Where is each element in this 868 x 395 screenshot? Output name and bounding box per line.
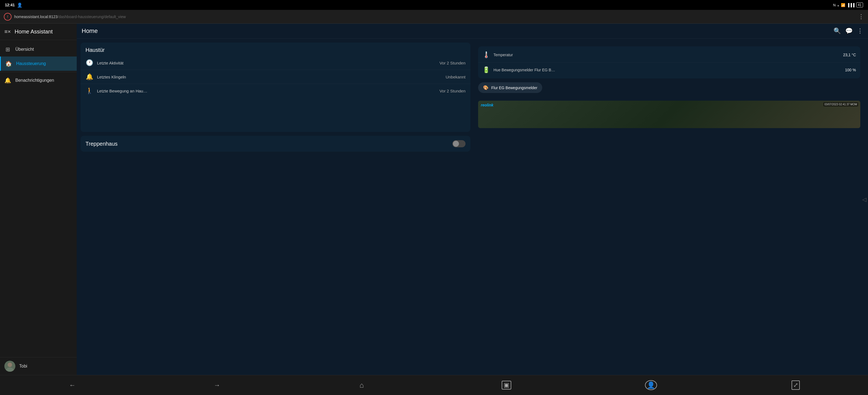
- bewegungsmelder-label: Hue Bewegungsmelder Flur EG B…: [493, 68, 841, 72]
- status-bar: 12:41 👤 N ⁎ 📶 ▐▐▐ 41: [0, 0, 868, 10]
- url-path: /dashboard-haussteuerung/default_view: [58, 15, 126, 19]
- sensor-card: 🌡️ Temperatur 23,1 °C 🔋 Hue Bewegungsmel…: [478, 46, 860, 79]
- haustuer-card: Haustür 🕐 Letzte Aktivität Vor 2 Stunden…: [81, 43, 470, 132]
- nav-tabs-button[interactable]: ▣: [434, 378, 579, 392]
- sidebar-toggle-button[interactable]: ≡×: [4, 29, 11, 35]
- letzte-aktivitaet-row: 🕐 Letzte Aktivität Vor 2 Stunden: [81, 56, 470, 70]
- clock-icon: 🕐: [86, 59, 93, 66]
- nav-fullscreen-button[interactable]: ⤢: [723, 378, 868, 392]
- sidebar-divider: [0, 72, 77, 72]
- sidebar-header: ≡× Home Assistant: [0, 24, 77, 40]
- status-bar-left: 12:41 👤: [5, 2, 23, 8]
- treppenhaus-card: Treppenhaus: [81, 136, 470, 152]
- sidebar-nav: ⊞ Übersicht 🏠 Haussteuerung 🔔 Benachrich…: [0, 40, 77, 357]
- toggle-knob: [453, 141, 459, 147]
- back-arrow-button[interactable]: ◁: [862, 196, 866, 203]
- nav-back-button[interactable]: ←: [0, 379, 145, 391]
- battery-level: 41: [858, 3, 861, 7]
- bell-ring-icon: 🔔: [86, 73, 93, 80]
- letzte-bewegung-label: Letzte Bewegung an Hau…: [97, 89, 436, 93]
- battery-indicator: 41: [856, 2, 863, 7]
- home-icon: 🏠: [5, 60, 12, 67]
- camera-background: [478, 101, 860, 128]
- user-status-icon: 👤: [17, 2, 23, 8]
- sidebar-item-benachrichtigungen[interactable]: 🔔 Benachrichtigungen: [0, 73, 77, 87]
- camera-preview: reolink 03/07/2023 02:41:37 MOM: [478, 101, 860, 128]
- avatar: [4, 361, 16, 372]
- browser-menu-button[interactable]: ⋮: [858, 13, 864, 20]
- sidebar-item-haussteuerung[interactable]: 🏠 Haussteuerung: [0, 57, 77, 71]
- temperatur-row: 🌡️ Temperatur 23,1 °C: [478, 48, 860, 62]
- temperatur-value: 23,1 °C: [843, 53, 856, 57]
- sidebar-item-label-uebersicht: Übersicht: [16, 47, 34, 52]
- sidebar-item-label-benachrichtigungen: Benachrichtigungen: [16, 78, 54, 83]
- battery-icon: 🔋: [483, 66, 490, 74]
- nav-forward-button[interactable]: →: [145, 379, 289, 391]
- content-header: Home 🔍 💬 ⋮: [77, 24, 868, 39]
- search-icon[interactable]: 🔍: [834, 27, 841, 34]
- battery-sensor-row: 🔋 Hue Bewegungsmelder Flur EG B… 100 %: [478, 62, 860, 77]
- content-panel: Home 🔍 💬 ⋮ Haustür 🕐 Letzte Aktivität Vo…: [77, 24, 868, 375]
- content-title: Home: [82, 27, 98, 34]
- treppenhaus-title: Treppenhaus: [86, 141, 118, 147]
- forward-icon: →: [214, 381, 220, 389]
- treppenhaus-toggle[interactable]: [452, 140, 466, 147]
- walking-icon: 🚶: [86, 87, 93, 94]
- content-body: Haustür 🕐 Letzte Aktivität Vor 2 Stunden…: [77, 39, 868, 375]
- flur-eg-motion-button[interactable]: 🎨 Flur EG Bewegungsmelder: [478, 82, 542, 93]
- url-display[interactable]: homeassistant.local:8123/dashboard-hauss…: [14, 15, 856, 19]
- main-area: ≡× Home Assistant ⊞ Übersicht 🏠 Haussteu…: [0, 24, 868, 375]
- wifi-icon: 📶: [841, 3, 845, 7]
- sidebar-item-uebersicht[interactable]: ⊞ Übersicht: [0, 42, 77, 57]
- status-time: 12:41: [5, 3, 15, 7]
- back-icon: ←: [69, 381, 75, 389]
- more-options-icon[interactable]: ⋮: [857, 27, 863, 34]
- url-host: homeassistant.local:8123: [14, 15, 58, 19]
- letztes-klingeln-row: 🔔 Letztes Klingeln Unbekannt: [81, 70, 470, 84]
- nav-home-button[interactable]: ⌂: [289, 379, 434, 392]
- camera-timestamp: 03/07/2023 02:41:37 MOM: [823, 102, 858, 107]
- haustuer-card-title: Haustür: [81, 43, 470, 56]
- thermometer-icon: 🌡️: [483, 51, 490, 58]
- nav-profile-button[interactable]: 👤: [579, 378, 723, 392]
- status-bar-right: N ⁎ 📶 ▐▐▐ 41: [833, 2, 863, 7]
- sidebar: ≡× Home Assistant ⊞ Übersicht 🏠 Haussteu…: [0, 24, 77, 375]
- letzte-bewegung-row: 🚶 Letzte Bewegung an Hau… Vor 2 Stunden: [81, 84, 470, 97]
- chat-icon[interactable]: 💬: [845, 27, 852, 34]
- grid-icon: ⊞: [4, 46, 11, 53]
- letztes-klingeln-value: Unbekannt: [445, 75, 466, 79]
- letzte-aktivitaet-label: Letzte Aktivität: [97, 61, 436, 65]
- fullscreen-icon: ⤢: [792, 380, 800, 390]
- signal-icon: ▐▐▐: [847, 3, 855, 7]
- tabs-icon: ▣: [502, 381, 511, 390]
- svg-point-1: [8, 363, 12, 367]
- sidebar-bottom: Tobi: [0, 357, 77, 375]
- sidebar-item-label-haussteuerung: Haussteuerung: [16, 61, 46, 66]
- letzte-bewegung-value: Vor 2 Stunden: [439, 89, 466, 93]
- bewegungsmelder-battery-value: 100 %: [845, 68, 856, 72]
- reolink-logo: reolink: [481, 103, 493, 107]
- security-shield-icon: !: [4, 13, 11, 21]
- address-bar[interactable]: ! homeassistant.local:8123/dashboard-hau…: [0, 10, 868, 24]
- motion-button-container: 🎨 Flur EG Bewegungsmelder: [478, 82, 860, 93]
- letzte-aktivitaet-value: Vor 2 Stunden: [439, 61, 466, 65]
- right-sensors-area: 🌡️ Temperatur 23,1 °C 🔋 Hue Bewegungsmel…: [474, 43, 864, 132]
- temperatur-label: Temperatur: [493, 53, 839, 57]
- content-header-actions: 🔍 💬 ⋮: [834, 27, 863, 34]
- sidebar-user[interactable]: Tobi: [4, 361, 72, 372]
- nfc-icon: N: [833, 3, 836, 7]
- sidebar-username: Tobi: [19, 364, 27, 369]
- bottom-nav: ← → ⌂ ▣ 👤 ⤢: [0, 375, 868, 395]
- bluetooth-icon: ⁎: [837, 3, 839, 7]
- palette-icon: 🎨: [483, 85, 489, 90]
- letztes-klingeln-label: Letztes Klingeln: [97, 75, 442, 79]
- motion-button-label: Flur EG Bewegungsmelder: [491, 86, 537, 90]
- profile-icon: 👤: [645, 380, 657, 390]
- sidebar-title: Home Assistant: [14, 29, 53, 35]
- bell-icon: 🔔: [4, 77, 11, 84]
- home-nav-icon: ⌂: [360, 381, 364, 390]
